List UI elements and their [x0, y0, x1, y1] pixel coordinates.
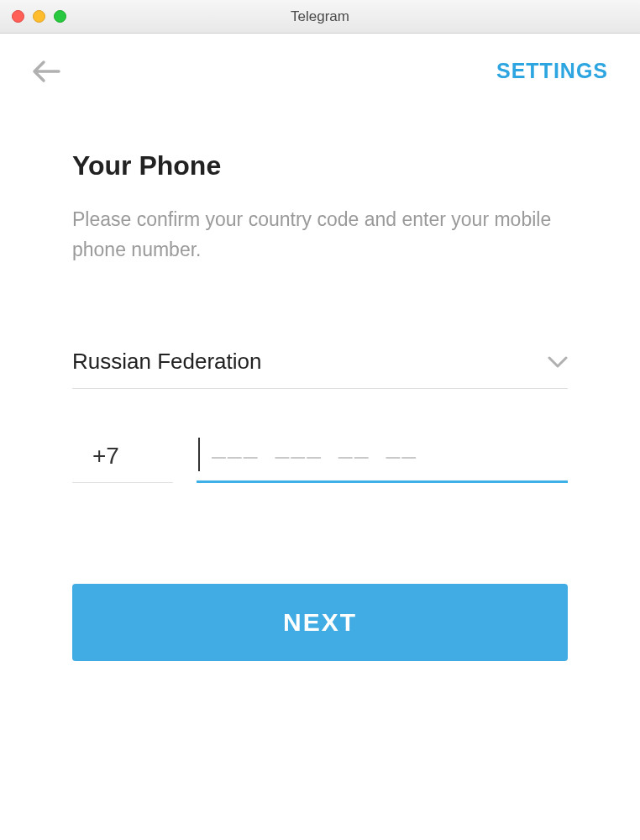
page-subtext: Please confirm your country code and ent… — [72, 205, 568, 265]
close-window-button[interactable] — [12, 10, 24, 23]
app-header: SETTINGS — [0, 34, 640, 83]
next-button[interactable]: NEXT — [72, 584, 568, 661]
settings-link[interactable]: SETTINGS — [496, 59, 608, 83]
text-cursor — [198, 438, 200, 471]
phone-number-input[interactable]: ––– ––– –– –– — [197, 443, 568, 483]
arrow-left-icon — [32, 60, 60, 83]
phone-placeholder: ––– ––– –– –– — [197, 443, 417, 470]
country-name-label: Russian Federation — [72, 349, 261, 375]
country-selector[interactable]: Russian Federation — [72, 349, 568, 389]
back-button[interactable] — [32, 60, 60, 83]
maximize-window-button[interactable] — [54, 10, 66, 23]
window-titlebar: Telegram — [0, 0, 640, 34]
country-code-input[interactable]: +7 — [72, 443, 173, 483]
phone-input-row: +7 ––– ––– –– –– — [72, 443, 568, 483]
chevron-down-icon — [548, 355, 568, 369]
window-title: Telegram — [0, 8, 640, 25]
minimize-window-button[interactable] — [33, 10, 45, 23]
main-content: Your Phone Please confirm your country c… — [0, 83, 640, 661]
traffic-lights — [0, 10, 66, 23]
page-heading: Your Phone — [72, 150, 568, 181]
